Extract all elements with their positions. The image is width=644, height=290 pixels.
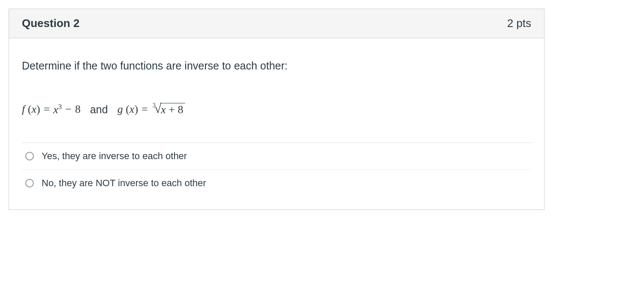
open-paren-2: ( bbox=[126, 103, 129, 115]
question-body: Determine if the two functions are inver… bbox=[9, 38, 544, 209]
var-x-2: x bbox=[129, 103, 135, 115]
equals-sign: = bbox=[44, 103, 50, 116]
close-paren: ) bbox=[36, 103, 40, 115]
question-title: Question 2 bbox=[22, 17, 79, 30]
minus-sign: − bbox=[65, 103, 72, 116]
close-paren-2: ) bbox=[134, 103, 138, 115]
question-card: Question 2 2 pts Determine if the two fu… bbox=[9, 9, 545, 210]
equation-line: f (x) = x3 − 8 and g (x) = 3 √ x + 8 bbox=[22, 102, 531, 117]
radicand-x: x bbox=[161, 103, 166, 116]
radicand-8: 8 bbox=[178, 103, 184, 116]
math-fx: f (x) bbox=[22, 103, 40, 116]
question-points: 2 pts bbox=[507, 17, 531, 30]
radicand: x + 8 bbox=[160, 103, 185, 116]
radical-symbol: √ bbox=[154, 101, 161, 116]
x-cubed: x3 bbox=[53, 103, 62, 116]
var-x: x bbox=[31, 103, 36, 115]
math-gx: g (x) bbox=[117, 103, 138, 116]
answer-label[interactable]: Yes, they are inverse to each other bbox=[42, 151, 187, 162]
fn-f: f bbox=[22, 103, 25, 115]
plus-sign: + bbox=[169, 103, 175, 116]
radio-icon[interactable] bbox=[25, 152, 34, 160]
base-x: x bbox=[53, 103, 58, 116]
answer-label[interactable]: No, they are NOT inverse to each other bbox=[42, 178, 206, 189]
fn-g: g bbox=[117, 103, 123, 115]
equals-sign-2: = bbox=[141, 103, 148, 116]
answer-option[interactable]: No, they are NOT inverse to each other bbox=[22, 170, 531, 196]
const-8: 8 bbox=[75, 103, 81, 116]
answer-list: Yes, they are inverse to each other No, … bbox=[22, 142, 531, 196]
question-prompt: Determine if the two functions are inver… bbox=[22, 60, 531, 72]
radio-icon[interactable] bbox=[25, 179, 34, 187]
question-header: Question 2 2 pts bbox=[9, 9, 544, 38]
answer-option[interactable]: Yes, they are inverse to each other bbox=[22, 143, 531, 170]
cube-root: 3 √ x + 8 bbox=[151, 102, 185, 117]
exponent-3: 3 bbox=[58, 103, 62, 111]
and-word: and bbox=[90, 103, 108, 116]
